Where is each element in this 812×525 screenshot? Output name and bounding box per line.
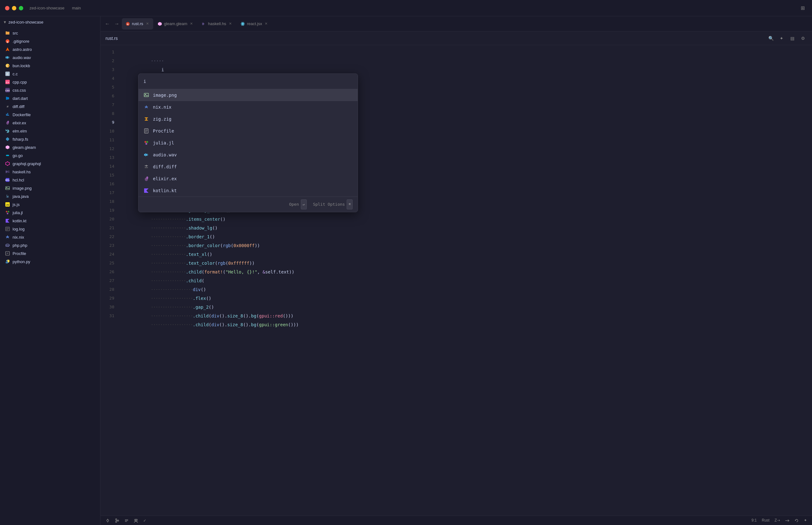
sidebar-item-kotlin[interactable]: kotlin.kt	[0, 217, 100, 225]
tab-close-icon[interactable]: ✕	[189, 22, 194, 26]
sidebar-item-go[interactable]: go.go	[0, 151, 100, 160]
language-indicator[interactable]: Rust	[762, 518, 770, 523]
svg-text:≠: ≠	[6, 105, 9, 108]
sidebar-item-haskell[interactable]: haskell.hs	[0, 168, 100, 176]
autocomplete-item-kotlin[interactable]: kotlin.kt	[138, 185, 358, 197]
maximize-button[interactable]	[19, 6, 23, 10]
minimize-button[interactable]	[12, 6, 16, 10]
hcl-icon: HCL	[5, 177, 10, 182]
tab-haskell[interactable]: haskell.hs ✕	[198, 18, 237, 30]
search-icon-btn[interactable]: 🔍	[767, 34, 775, 42]
sidebar-item-gitignore[interactable]: g .gitignore	[0, 37, 100, 45]
sidebar-item-diff[interactable]: ≠ diff.diff	[0, 102, 100, 110]
code-line-29: ··················.gap_2()	[119, 294, 812, 303]
sidebar-item-css[interactable]: CSS css.css	[0, 86, 100, 94]
sidebar-item-cpp[interactable]: C+ cpp.cpp	[0, 78, 100, 86]
ac-item-name: Procfile	[153, 126, 174, 135]
status-collab-icon[interactable]	[134, 519, 138, 523]
sidebar-item-js[interactable]: JS js.js	[0, 200, 100, 209]
svg-rect-41	[6, 186, 10, 190]
autocomplete-item-zig[interactable]: zig.zig	[138, 113, 358, 125]
svg-point-46	[6, 211, 7, 213]
haskell-tab-icon	[202, 22, 206, 26]
file-name: js.js	[13, 202, 19, 207]
autocomplete-item-julia[interactable]: julia.jl	[138, 137, 358, 149]
cpp-icon: C+	[5, 79, 10, 85]
status-git-icon[interactable]	[105, 519, 110, 523]
sidebar-item-c[interactable]: C c.c	[0, 70, 100, 78]
c-icon: C	[5, 71, 10, 76]
encoding-indicator[interactable]: Z⇢	[775, 518, 780, 523]
sidebar-item-dockerfile[interactable]: Dockerfile	[0, 110, 100, 119]
sidebar-item-astro[interactable]: astro.astro	[0, 45, 100, 54]
split-label: Split Options	[313, 200, 345, 209]
sidebar-item-nix[interactable]: nix.nix	[0, 233, 100, 241]
tab-close-icon[interactable]: ✕	[228, 22, 232, 26]
sidebar-item-procfile[interactable]: P Procfile	[0, 249, 100, 257]
autocomplete-item-elixir[interactable]: elixir.ex	[138, 173, 358, 185]
js-icon: JS	[5, 202, 10, 207]
file-name: log.log	[13, 227, 25, 231]
window-controls-icon[interactable]: ⊞	[798, 4, 807, 13]
sidebar-item-python[interactable]: python.py	[0, 257, 100, 266]
indent-indicator[interactable]	[785, 518, 790, 523]
ac-item-name: image.png	[153, 91, 177, 100]
autocomplete-item-procfile[interactable]: Procfile	[138, 125, 358, 137]
tab-rust[interactable]: R rust.rs ✕	[122, 18, 153, 30]
file-name: kotlin.kt	[13, 219, 26, 223]
sidebar-item-php[interactable]: php php.php	[0, 241, 100, 249]
sidebar-item-src[interactable]: src	[0, 29, 100, 37]
tab-react[interactable]: react.jsx ✕	[237, 18, 272, 30]
autocomplete-item-diff[interactable]: diff.diff	[138, 161, 358, 173]
ai-icon[interactable]: ✦	[804, 518, 807, 523]
sidebar-item-elixir[interactable]: elixir.ex	[0, 119, 100, 127]
sidebar-item-image[interactable]: image.png	[0, 184, 100, 192]
file-name: css.css	[13, 88, 26, 93]
tab-close-icon[interactable]: ✕	[145, 22, 149, 26]
svg-point-19	[7, 121, 9, 123]
tab-gleam[interactable]: gleam.gleam ✕	[154, 18, 197, 30]
bun-icon: 🍞	[5, 63, 10, 68]
ac-nix-icon	[144, 104, 149, 110]
folder-icon	[5, 30, 10, 35]
svg-rect-81	[144, 154, 145, 156]
format-icon-btn[interactable]: ▤	[788, 34, 796, 42]
code-editor[interactable]: ····· i Context, Share	[119, 45, 812, 515]
autocomplete-item-image[interactable]: image.png	[138, 89, 358, 101]
file-name: elm.elm	[13, 129, 27, 133]
sidebar-item-log[interactable]: log.log	[0, 225, 100, 233]
file-name: image.png	[13, 186, 32, 191]
svg-point-66	[242, 23, 243, 25]
sidebar-item-bun[interactable]: 🍞 bun.lockb	[0, 62, 100, 70]
graphql-icon	[5, 161, 10, 166]
sidebar-item-graphql[interactable]: graphql.graphql	[0, 160, 100, 168]
sidebar-item-java[interactable]: java.java	[0, 192, 100, 200]
tab-bar: ← → R rust.rs ✕ gleam.gleam ✕	[101, 16, 812, 31]
sidebar-item-fsharp[interactable]: fsharp.fs	[0, 135, 100, 143]
file-name: Dockerfile	[13, 112, 31, 117]
nav-back-button[interactable]: ←	[103, 19, 112, 28]
sidebar-item-julia[interactable]: julia.jl	[0, 209, 100, 217]
settings-icon-btn[interactable]: ⚙	[799, 34, 807, 42]
autocomplete-item-audio[interactable]: audio.wav	[138, 149, 358, 161]
magic-icon-btn[interactable]: ✦	[778, 34, 786, 42]
tab-close-icon[interactable]: ✕	[264, 22, 269, 26]
sidebar-item-gleam[interactable]: gleam.gleam	[0, 143, 100, 151]
sidebar-item-hcl[interactable]: HCL hcl.hcl	[0, 176, 100, 184]
status-branch-icon[interactable]	[115, 519, 119, 523]
status-list-icon[interactable]	[124, 519, 129, 523]
sync-icon[interactable]	[794, 518, 799, 523]
rust-tab-icon: R	[125, 22, 130, 26]
elm-icon	[5, 129, 10, 133]
sidebar-item-elm[interactable]: elm.elm	[0, 127, 100, 135]
sidebar-item-dart[interactable]: dart.dart	[0, 94, 100, 102]
sidebar: ▾ zed-icon-showcase src g .gitignore	[0, 16, 101, 525]
code-line-30: ··················.child(div().size_8().…	[119, 303, 812, 312]
close-button[interactable]	[5, 6, 10, 10]
nav-forward-button[interactable]: →	[112, 19, 121, 28]
status-check-icon[interactable]: ✓	[143, 519, 146, 523]
svg-marker-65	[203, 22, 205, 26]
autocomplete-item-nix[interactable]: nix.nix	[138, 101, 358, 113]
sidebar-item-audio[interactable]: audio.wav	[0, 54, 100, 62]
titlebar-project: zed-icon-showcase	[30, 6, 64, 10]
